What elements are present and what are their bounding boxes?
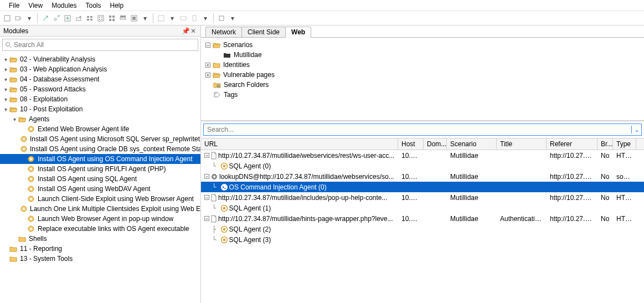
menu-view[interactable]: View bbox=[24, 1, 47, 11]
menu-file[interactable]: File bbox=[4, 1, 24, 11]
table-row[interactable]: −http://10.27.34.87/mutillidae/webservic… bbox=[201, 150, 644, 161]
scenario-node-4[interactable]: Search Folders bbox=[203, 80, 642, 90]
col-dom[interactable]: Dom... bbox=[424, 138, 447, 150]
expand-icon[interactable]: ▾ bbox=[2, 86, 9, 93]
grid-body[interactable]: −http://10.27.34.87/mutillidae/webservic… bbox=[201, 150, 644, 303]
expand-icon[interactable]: − bbox=[204, 174, 209, 179]
toolbar-btn-5[interactable] bbox=[51, 13, 61, 23]
expand-icon[interactable]: ▾ bbox=[2, 57, 9, 63]
gear-icon bbox=[20, 135, 28, 143]
menu-modules[interactable]: Modules bbox=[47, 1, 81, 11]
col-url[interactable]: URL bbox=[201, 138, 398, 150]
toolbar-btn-2[interactable] bbox=[13, 13, 23, 23]
toolbar-btn-9[interactable] bbox=[96, 13, 106, 23]
tab-client-side[interactable]: Client Side bbox=[241, 27, 286, 37]
toolbar-btn-4[interactable] bbox=[40, 13, 50, 23]
module-node-10[interactable]: Install OS Agent using OS Command Inject… bbox=[0, 154, 200, 164]
expand-icon[interactable]: + bbox=[205, 63, 210, 68]
col-br[interactable]: Br... bbox=[597, 138, 613, 150]
table-subrow[interactable]: ├ SQL Agent (2) bbox=[201, 224, 644, 234]
svg-rect-19 bbox=[120, 16, 126, 17]
modules-search-input[interactable] bbox=[14, 41, 195, 49]
module-node-0[interactable]: ▾02 - Vulnerability Analysis bbox=[0, 54, 200, 64]
table-subrow[interactable]: └ SQL Agent (1) bbox=[201, 203, 644, 213]
table-subrow[interactable]: └ SQL Agent (0) bbox=[201, 161, 644, 171]
menu-tools[interactable]: Tools bbox=[81, 1, 106, 11]
col-referer[interactable]: Referer bbox=[547, 138, 597, 150]
expand-icon[interactable]: − bbox=[204, 216, 209, 221]
scenario-node-2[interactable]: +Identities bbox=[203, 60, 642, 70]
expand-icon[interactable]: ▾ bbox=[2, 66, 9, 73]
col-type[interactable]: Type bbox=[613, 138, 636, 150]
toolbar-btn-11[interactable] bbox=[118, 13, 128, 23]
module-node-4[interactable]: ▾08 - Exploitation bbox=[0, 94, 200, 104]
module-node-7[interactable]: Extend Web Browser Agent life bbox=[0, 124, 200, 134]
module-node-6[interactable]: ▾Agents bbox=[0, 114, 200, 124]
module-node-14[interactable]: Launch Client-Side Exploit using Web Bro… bbox=[0, 194, 200, 204]
module-node-15[interactable]: Launch One Link Multiple Clientsides Exp… bbox=[0, 204, 200, 214]
module-node-12[interactable]: Install OS Agent using SQL Agent bbox=[0, 174, 200, 184]
toolbar-btn-18[interactable]: ▾ bbox=[200, 13, 210, 23]
table-row[interactable]: −http://10.27.34.87/mutillidae/includes/… bbox=[201, 192, 644, 203]
expand-icon[interactable]: − bbox=[204, 195, 209, 200]
scenario-tree[interactable]: −ScenariosMutillidae+Identities+Vulnerab… bbox=[201, 38, 644, 121]
module-node-5[interactable]: ▾10 - Post Exploitation bbox=[0, 104, 200, 114]
toolbar-btn-10[interactable] bbox=[107, 13, 117, 23]
toolbar-btn-12[interactable] bbox=[129, 13, 139, 23]
tab-web[interactable]: Web bbox=[285, 27, 311, 37]
expand-icon[interactable]: − bbox=[205, 43, 210, 48]
tab-network[interactable]: Network bbox=[205, 27, 242, 37]
col-scenario[interactable]: Scenario bbox=[447, 138, 497, 150]
table-row[interactable]: −lookupDNS@http://10.27.34.87/mutillidae… bbox=[201, 171, 644, 182]
toolbar-btn-1[interactable] bbox=[2, 13, 12, 23]
toolbar-btn-14[interactable] bbox=[156, 13, 166, 23]
pin-icon[interactable]: 📌 bbox=[182, 27, 189, 35]
toolbar-btn-19[interactable] bbox=[217, 13, 226, 23]
expand-icon[interactable]: − bbox=[204, 153, 209, 158]
toolbar-btn-20[interactable]: ▾ bbox=[228, 13, 238, 23]
module-node-11[interactable]: Install OS Agent using RFI/LFI Agent (PH… bbox=[0, 164, 200, 174]
gear-icon bbox=[27, 184, 35, 193]
module-node-19[interactable]: 11 - Reporting bbox=[0, 244, 200, 254]
table-search[interactable]: ⌄ bbox=[203, 124, 642, 136]
modules-tree[interactable]: ▾02 - Vulnerability Analysis▾03 - Web Ap… bbox=[0, 53, 200, 303]
scenario-node-0[interactable]: −Scenarios bbox=[203, 40, 642, 50]
scenario-node-3[interactable]: +Vulnerable pages bbox=[203, 70, 642, 80]
module-node-8[interactable]: Install OS Agent using Microsoft SQL Ser… bbox=[0, 134, 200, 144]
module-node-16[interactable]: Launch Web Browser Agent in pop-up windo… bbox=[0, 214, 200, 224]
toolbar-btn-3[interactable]: ▾ bbox=[24, 13, 34, 23]
table-row[interactable]: −http://10.27.34.87/mutillidae/hints-pag… bbox=[201, 213, 644, 224]
module-node-3[interactable]: ▾05 - Password Attacks bbox=[0, 84, 200, 94]
toolbar-btn-6[interactable] bbox=[63, 13, 73, 23]
expand-icon[interactable]: ▾ bbox=[2, 106, 9, 112]
scenario-node-1[interactable]: Mutillidae bbox=[203, 50, 642, 60]
col-title[interactable]: Title bbox=[497, 138, 547, 150]
module-node-20[interactable]: 13 - System Tools bbox=[0, 254, 200, 264]
toolbar-btn-8[interactable] bbox=[85, 13, 95, 23]
module-node-13[interactable]: Install OS Agent using WebDAV Agent bbox=[0, 184, 200, 194]
toolbar-btn-15[interactable]: ▾ bbox=[167, 13, 177, 23]
table-search-input[interactable] bbox=[204, 126, 631, 133]
expand-icon[interactable]: ▾ bbox=[2, 76, 9, 83]
module-node-18[interactable]: Shells bbox=[0, 234, 200, 244]
toolbar-btn-7[interactable] bbox=[74, 13, 84, 23]
module-node-2[interactable]: ▾04 - Database Assessment bbox=[0, 74, 200, 84]
menu-help[interactable]: Help bbox=[106, 1, 128, 11]
table-subrow[interactable]: └ SQL Agent (3) bbox=[201, 234, 644, 245]
table-subrow[interactable]: └ OS Command Injection Agent (0) bbox=[201, 182, 644, 192]
svg-rect-26 bbox=[219, 16, 224, 20]
module-node-9[interactable]: Install OS Agent using Oracle DB sys_con… bbox=[0, 144, 200, 154]
col-host[interactable]: Host bbox=[398, 138, 424, 150]
modules-search[interactable] bbox=[2, 39, 198, 51]
module-node-17[interactable]: Replace executable links with OS Agent e… bbox=[0, 224, 200, 234]
toolbar-btn-17[interactable] bbox=[189, 13, 199, 23]
toolbar-btn-16[interactable] bbox=[178, 13, 188, 23]
expand-icon[interactable]: + bbox=[205, 73, 210, 78]
expand-icon[interactable]: ▾ bbox=[2, 96, 9, 102]
scenario-node-5[interactable]: Tags bbox=[203, 90, 642, 100]
toolbar-btn-13[interactable]: ▾ bbox=[140, 13, 150, 23]
chevron-down-icon[interactable]: ⌄ bbox=[631, 126, 641, 133]
expand-icon[interactable]: ▾ bbox=[11, 116, 18, 122]
module-node-1[interactable]: ▾03 - Web Application Analysis bbox=[0, 64, 200, 74]
close-icon[interactable]: ✕ bbox=[189, 27, 197, 35]
